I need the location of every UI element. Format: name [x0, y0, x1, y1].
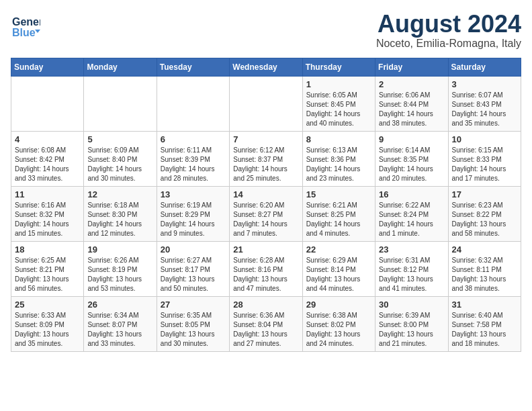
day-info: Sunrise: 6:19 AM Sunset: 8:29 PM Dayligh… [161, 201, 226, 238]
day-of-week-header: Monday [84, 58, 157, 76]
location-title: Noceto, Emilia-Romagna, Italy [376, 38, 521, 50]
day-number: 16 [379, 189, 444, 199]
day-info: Sunrise: 6:20 AM Sunset: 8:27 PM Dayligh… [233, 201, 298, 238]
day-number: 3 [452, 79, 517, 89]
calendar-cell: 25Sunrise: 6:33 AM Sunset: 8:09 PM Dayli… [11, 296, 84, 351]
day-info: Sunrise: 6:18 AM Sunset: 8:30 PM Dayligh… [87, 201, 152, 238]
day-number: 5 [87, 134, 152, 144]
day-number: 21 [233, 244, 298, 255]
day-number: 10 [452, 134, 517, 144]
calendar-cell: 28Sunrise: 6:36 AM Sunset: 8:04 PM Dayli… [230, 296, 302, 351]
day-number: 11 [15, 189, 80, 199]
calendar-cell: 3Sunrise: 6:07 AM Sunset: 8:43 PM Daylig… [448, 76, 521, 131]
day-number: 20 [161, 244, 226, 255]
calendar-cell: 9Sunrise: 6:14 AM Sunset: 8:35 PM Daylig… [375, 131, 448, 186]
day-number: 24 [452, 244, 517, 255]
day-info: Sunrise: 6:33 AM Sunset: 8:09 PM Dayligh… [15, 311, 80, 349]
day-info: Sunrise: 6:36 AM Sunset: 8:04 PM Dayligh… [233, 311, 298, 349]
day-info: Sunrise: 6:40 AM Sunset: 7:58 PM Dayligh… [452, 311, 517, 349]
svg-marker-2 [35, 30, 40, 33]
day-info: Sunrise: 6:39 AM Sunset: 8:00 PM Dayligh… [379, 311, 444, 349]
calendar-cell: 4Sunrise: 6:08 AM Sunset: 8:42 PM Daylig… [11, 131, 84, 186]
day-info: Sunrise: 6:35 AM Sunset: 8:05 PM Dayligh… [161, 311, 226, 349]
calendar-cell: 14Sunrise: 6:20 AM Sunset: 8:27 PM Dayli… [230, 186, 302, 241]
day-of-week-header: Saturday [448, 58, 521, 76]
day-info: Sunrise: 6:26 AM Sunset: 8:19 PM Dayligh… [87, 256, 152, 293]
day-of-week-header: Wednesday [230, 58, 302, 76]
day-number: 26 [87, 300, 152, 310]
calendar-cell: 12Sunrise: 6:18 AM Sunset: 8:30 PM Dayli… [84, 186, 157, 241]
day-info: Sunrise: 6:09 AM Sunset: 8:40 PM Dayligh… [87, 146, 152, 183]
day-info: Sunrise: 6:29 AM Sunset: 8:14 PM Dayligh… [306, 256, 371, 293]
day-info: Sunrise: 6:31 AM Sunset: 8:12 PM Dayligh… [379, 256, 444, 293]
calendar-cell: 7Sunrise: 6:12 AM Sunset: 8:37 PM Daylig… [230, 131, 302, 186]
day-number: 29 [306, 300, 371, 310]
day-number: 1 [306, 79, 371, 89]
day-number: 28 [233, 300, 298, 310]
calendar-cell [157, 76, 229, 131]
day-info: Sunrise: 6:11 AM Sunset: 8:39 PM Dayligh… [161, 146, 226, 183]
calendar-cell: 19Sunrise: 6:26 AM Sunset: 8:19 PM Dayli… [84, 241, 157, 296]
day-number: 4 [15, 134, 80, 144]
title-block: August 2024 Noceto, Emilia-Romagna, Ital… [376, 11, 521, 50]
calendar-cell [230, 76, 302, 131]
calendar-cell: 16Sunrise: 6:22 AM Sunset: 8:24 PM Dayli… [375, 186, 448, 241]
calendar-cell: 24Sunrise: 6:32 AM Sunset: 8:11 PM Dayli… [448, 241, 521, 296]
month-title: August 2024 [376, 11, 521, 38]
day-number: 7 [233, 134, 298, 144]
day-number: 15 [306, 189, 371, 199]
calendar-cell: 11Sunrise: 6:16 AM Sunset: 8:32 PM Dayli… [11, 186, 84, 241]
day-number: 31 [452, 300, 517, 310]
day-info: Sunrise: 6:27 AM Sunset: 8:17 PM Dayligh… [161, 256, 226, 293]
calendar-cell: 1Sunrise: 6:05 AM Sunset: 8:45 PM Daylig… [302, 76, 375, 131]
logo: General Blue [11, 11, 40, 40]
day-info: Sunrise: 6:38 AM Sunset: 8:02 PM Dayligh… [306, 311, 371, 349]
day-number: 22 [306, 244, 371, 255]
day-info: Sunrise: 6:15 AM Sunset: 8:33 PM Dayligh… [452, 146, 517, 183]
calendar-cell: 26Sunrise: 6:34 AM Sunset: 8:07 PM Dayli… [84, 296, 157, 351]
day-number: 2 [379, 79, 444, 89]
day-number: 27 [161, 300, 226, 310]
day-number: 12 [87, 189, 152, 199]
calendar-cell [84, 76, 157, 131]
calendar-cell: 20Sunrise: 6:27 AM Sunset: 8:17 PM Dayli… [157, 241, 229, 296]
calendar-week-row: 4Sunrise: 6:08 AM Sunset: 8:42 PM Daylig… [11, 131, 521, 186]
day-number: 18 [15, 244, 80, 255]
calendar-week-row: 25Sunrise: 6:33 AM Sunset: 8:09 PM Dayli… [11, 296, 521, 351]
day-number: 14 [233, 189, 298, 199]
calendar-cell: 15Sunrise: 6:21 AM Sunset: 8:25 PM Dayli… [302, 186, 375, 241]
calendar-cell: 30Sunrise: 6:39 AM Sunset: 8:00 PM Dayli… [375, 296, 448, 351]
calendar-week-row: 18Sunrise: 6:25 AM Sunset: 8:21 PM Dayli… [11, 241, 521, 296]
svg-text:General: General [12, 16, 40, 28]
day-number: 13 [161, 189, 226, 199]
day-info: Sunrise: 6:06 AM Sunset: 8:44 PM Dayligh… [379, 91, 444, 128]
day-info: Sunrise: 6:05 AM Sunset: 8:45 PM Dayligh… [306, 91, 371, 128]
calendar-cell: 5Sunrise: 6:09 AM Sunset: 8:40 PM Daylig… [84, 131, 157, 186]
day-info: Sunrise: 6:34 AM Sunset: 8:07 PM Dayligh… [87, 311, 152, 349]
day-info: Sunrise: 6:22 AM Sunset: 8:24 PM Dayligh… [379, 201, 444, 238]
day-info: Sunrise: 6:28 AM Sunset: 8:16 PM Dayligh… [233, 256, 298, 293]
day-number: 19 [87, 244, 152, 255]
calendar-cell: 23Sunrise: 6:31 AM Sunset: 8:12 PM Dayli… [375, 241, 448, 296]
calendar-cell: 29Sunrise: 6:38 AM Sunset: 8:02 PM Dayli… [302, 296, 375, 351]
day-of-week-header: Sunday [11, 58, 84, 76]
day-info: Sunrise: 6:23 AM Sunset: 8:22 PM Dayligh… [452, 201, 517, 238]
day-info: Sunrise: 6:07 AM Sunset: 8:43 PM Dayligh… [452, 91, 517, 128]
day-info: Sunrise: 6:12 AM Sunset: 8:37 PM Dayligh… [233, 146, 298, 183]
calendar-cell: 6Sunrise: 6:11 AM Sunset: 8:39 PM Daylig… [157, 131, 229, 186]
logo-icon: General Blue [11, 11, 40, 40]
svg-text:Blue: Blue [12, 27, 36, 38]
calendar-cell: 18Sunrise: 6:25 AM Sunset: 8:21 PM Dayli… [11, 241, 84, 296]
day-info: Sunrise: 6:16 AM Sunset: 8:32 PM Dayligh… [15, 201, 80, 238]
day-number: 30 [379, 300, 444, 310]
calendar-cell: 31Sunrise: 6:40 AM Sunset: 7:58 PM Dayli… [448, 296, 521, 351]
calendar-header-row: SundayMondayTuesdayWednesdayThursdayFrid… [11, 58, 521, 76]
calendar-cell: 27Sunrise: 6:35 AM Sunset: 8:05 PM Dayli… [157, 296, 229, 351]
day-number: 9 [379, 134, 444, 144]
day-info: Sunrise: 6:21 AM Sunset: 8:25 PM Dayligh… [306, 201, 371, 238]
calendar-week-row: 1Sunrise: 6:05 AM Sunset: 8:45 PM Daylig… [11, 76, 521, 131]
calendar-cell [11, 76, 84, 131]
day-of-week-header: Friday [375, 58, 448, 76]
day-number: 23 [379, 244, 444, 255]
day-info: Sunrise: 6:14 AM Sunset: 8:35 PM Dayligh… [379, 146, 444, 183]
